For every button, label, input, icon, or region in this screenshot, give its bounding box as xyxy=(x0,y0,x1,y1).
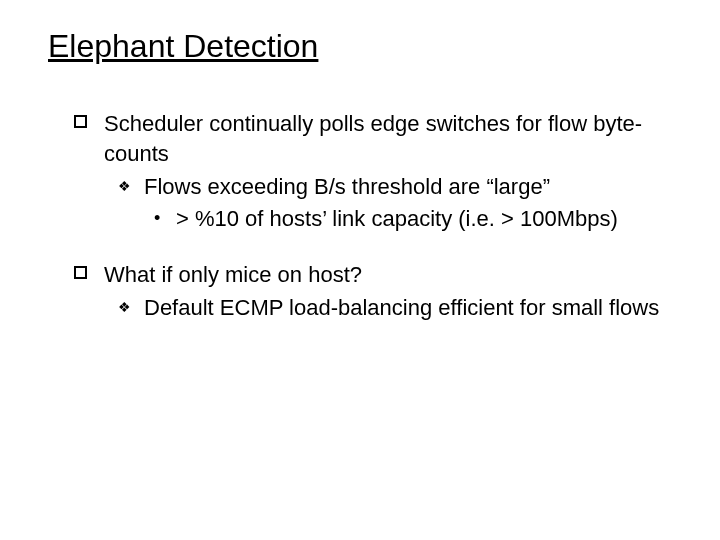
list-item: > %10 of hosts’ link capacity (i.e. > 10… xyxy=(154,204,680,234)
bullet-text: Default ECMP load-balancing efficient fo… xyxy=(144,295,659,320)
bullet-list: Scheduler continually polls edge switche… xyxy=(74,109,680,323)
sub-list: Default ECMP load-balancing efficient fo… xyxy=(118,293,680,323)
sub-sub-list: > %10 of hosts’ link capacity (i.e. > 10… xyxy=(154,204,680,234)
list-item: Default ECMP load-balancing efficient fo… xyxy=(118,293,680,323)
bullet-text: > %10 of hosts’ link capacity (i.e. > 10… xyxy=(176,206,618,231)
slide: Elephant Detection Scheduler continually… xyxy=(0,0,720,540)
bullet-text: What if only mice on host? xyxy=(104,262,362,287)
sub-list: Flows exceeding B/s threshold are “large… xyxy=(118,172,680,233)
list-item: What if only mice on host? Default ECMP … xyxy=(74,260,680,323)
list-item: Scheduler continually polls edge switche… xyxy=(74,109,680,234)
bullet-text: Scheduler continually polls edge switche… xyxy=(104,111,642,166)
slide-title: Elephant Detection xyxy=(48,28,680,65)
bullet-text: Flows exceeding B/s threshold are “large… xyxy=(144,174,550,199)
list-item: Flows exceeding B/s threshold are “large… xyxy=(118,172,680,233)
